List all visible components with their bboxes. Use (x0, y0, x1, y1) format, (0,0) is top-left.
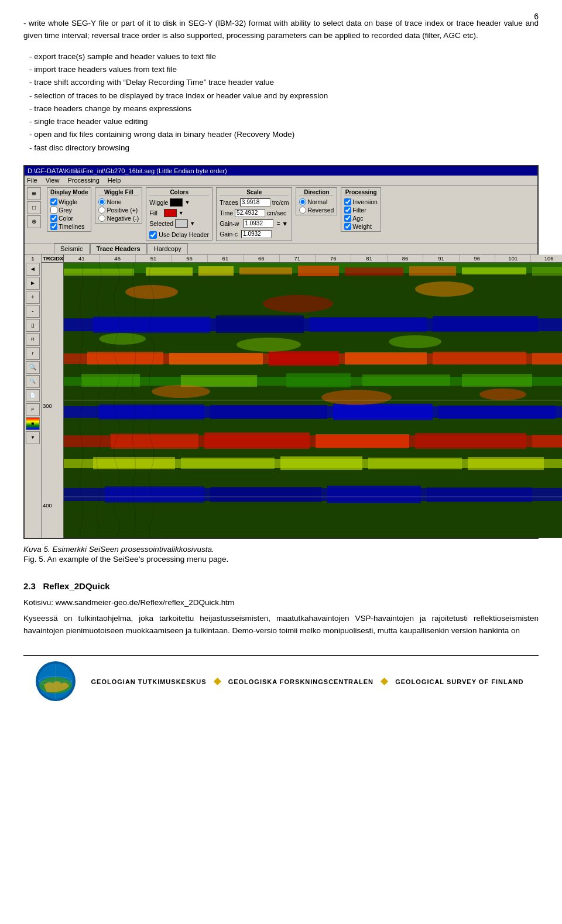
weight-checkbox[interactable] (344, 223, 351, 230)
header-num: 96 (460, 255, 495, 262)
menubar[interactable]: FileViewProcessingHelp (25, 176, 537, 186)
grey-check-row[interactable]: Grey (50, 207, 88, 214)
tool-zoom-magnify[interactable]: 🔍 (26, 361, 40, 374)
tool-zoom-in[interactable]: + (26, 291, 40, 304)
svg-rect-47 (105, 486, 204, 503)
svg-point-53 (415, 281, 474, 297)
menu-item-view[interactable]: View (46, 177, 60, 184)
bullet-item: - import trace headers values from text … (29, 63, 539, 76)
direction-group: Direction Normal Reversed (296, 187, 337, 215)
side-tools: 1 ◄ ► + - [] R r 🔍 🔍 📄 F ■ ▼ (25, 255, 42, 538)
tool-select[interactable]: [] (26, 319, 40, 332)
header-num: 46 (100, 255, 135, 262)
traces-row: Traces trc/cm (220, 198, 289, 207)
section-heading: 2.3 Reflex_2DQuick (23, 581, 539, 591)
color-check-row[interactable]: Color (50, 215, 88, 222)
agc-check-row[interactable]: Agc (344, 215, 378, 222)
bullet-item: - trace shift according with “Delay Reco… (29, 76, 539, 89)
colors-group: Colors Wiggle ▼ Fill ▼ Selected ▼ (146, 187, 213, 241)
svg-rect-25 (181, 375, 257, 387)
filter-checkbox[interactable] (344, 207, 351, 214)
positive-radio[interactable] (98, 207, 105, 214)
wiggle-color-dropdown[interactable]: ▼ (184, 200, 190, 205)
svg-rect-13 (216, 315, 304, 333)
tab-trace-headers[interactable]: Trace Headers (90, 243, 147, 254)
tool-page[interactable]: 📄 (26, 389, 40, 402)
tab-hardcopy[interactable]: Hardcopy (148, 243, 188, 254)
reversed-radio-row[interactable]: Reversed (299, 207, 334, 214)
tool-icon-3[interactable]: ⊕ (27, 215, 41, 228)
inversion-checkbox[interactable] (344, 198, 351, 205)
footer-sep2: ◆ (381, 676, 388, 686)
tool-arrow-left[interactable]: ◄ (26, 263, 40, 276)
seismic-display: 300 400 (42, 263, 562, 538)
time-input[interactable] (235, 209, 265, 217)
grey-checkbox[interactable] (50, 207, 57, 214)
filter-check-row[interactable]: Filter (344, 207, 378, 214)
tool-icon-1[interactable]: ≡ (27, 187, 41, 200)
timelines-check-row[interactable]: Timelines (50, 223, 88, 230)
tool-bottom[interactable]: ▼ (26, 431, 40, 444)
svg-rect-49 (327, 486, 421, 503)
tab-seismic[interactable]: Seismic (54, 243, 90, 254)
menu-item-help[interactable]: Help (108, 177, 121, 184)
svg-rect-44 (368, 458, 462, 469)
wiggle-color-swatch[interactable] (170, 198, 183, 207)
weight-check-row[interactable]: Weight (344, 223, 378, 230)
scale-group: Scale Traces trc/cm Time cm/sec Gain-w =… (216, 187, 292, 241)
caption-area: Kuva 5. Esimerkki SeiSeen prosessointiva… (23, 545, 539, 564)
negative-radio[interactable] (98, 215, 105, 222)
timelines-checkbox[interactable] (50, 223, 57, 230)
y-label-400: 400 (43, 501, 52, 508)
bullet-item: - single trace header value editing (29, 115, 539, 128)
selected-color-label: Selected (149, 220, 173, 227)
fill-color-swatch[interactable] (164, 209, 177, 217)
tab-bar: Seismic Trace Headers Hardcopy (25, 243, 537, 255)
fill-color-dropdown[interactable]: ▼ (179, 210, 184, 216)
fig-label: Fig. 5. (23, 555, 46, 564)
tool-icon-2[interactable]: □ (27, 201, 41, 214)
positive-radio-row[interactable]: Positive (+) (98, 207, 139, 214)
negative-radio-row[interactable]: Negative (-) (98, 215, 139, 222)
negative-label: Negative (-) (107, 215, 139, 222)
tool-zoom-out[interactable]: - (26, 305, 40, 318)
gainw-eq: = ▼ (276, 220, 287, 227)
tool-color-bar[interactable]: ■ (26, 417, 40, 430)
none-radio-row[interactable]: None (98, 198, 139, 205)
menu-item-processing[interactable]: Processing (67, 177, 99, 184)
normal-radio[interactable] (299, 198, 306, 205)
tool-f[interactable]: F (26, 403, 40, 416)
footer: GEOLOGIAN TUTKIMUSKESKUS ◆ GEOLOGISKA FO… (23, 655, 539, 706)
footer-org3: GEOLOGICAL SURVEY OF FINLAND (395, 678, 523, 685)
reversed-radio[interactable] (299, 207, 306, 214)
normal-radio-row[interactable]: Normal (299, 198, 334, 205)
gainw-input[interactable] (243, 219, 273, 228)
traces-label: Traces (220, 199, 238, 206)
selected-color-swatch[interactable] (175, 219, 188, 228)
selected-color-dropdown[interactable]: ▼ (190, 221, 195, 226)
svg-rect-45 (468, 457, 544, 470)
inversion-check-row[interactable]: Inversion (344, 198, 378, 205)
tool-zoom-out2[interactable]: 🔍 (26, 375, 40, 388)
menu-item-file[interactable]: File (27, 177, 37, 184)
traces-input[interactable] (240, 198, 270, 207)
tool-r1[interactable]: R (26, 333, 40, 346)
header-num: 106 (531, 255, 562, 262)
footer-org1: GEOLOGIAN TUTKIMUSKESKUS (91, 678, 207, 685)
wiggle-checkbox[interactable] (50, 198, 57, 205)
none-radio[interactable] (98, 198, 105, 205)
display-mode-group: Display Mode Wiggle Grey Color Timelines (47, 187, 91, 232)
gainc-input[interactable] (241, 230, 272, 238)
tool-r2[interactable]: r (26, 347, 40, 360)
use-delay-row[interactable]: Use Delay Header (149, 231, 209, 239)
color-checkbox[interactable] (50, 215, 57, 222)
wiggle-check-row[interactable]: Wiggle (50, 198, 88, 205)
page: 6 - write whole SEG-Y file or part of it… (0, 0, 562, 924)
reversed-label: Reversed (307, 207, 334, 214)
header-num: 101 (495, 255, 531, 262)
tool-arrow-right[interactable]: ► (26, 277, 40, 290)
agc-checkbox[interactable] (344, 215, 351, 222)
svg-rect-17 (87, 352, 163, 365)
colors-label: Colors (149, 189, 209, 196)
use-delay-checkbox[interactable] (149, 231, 157, 239)
